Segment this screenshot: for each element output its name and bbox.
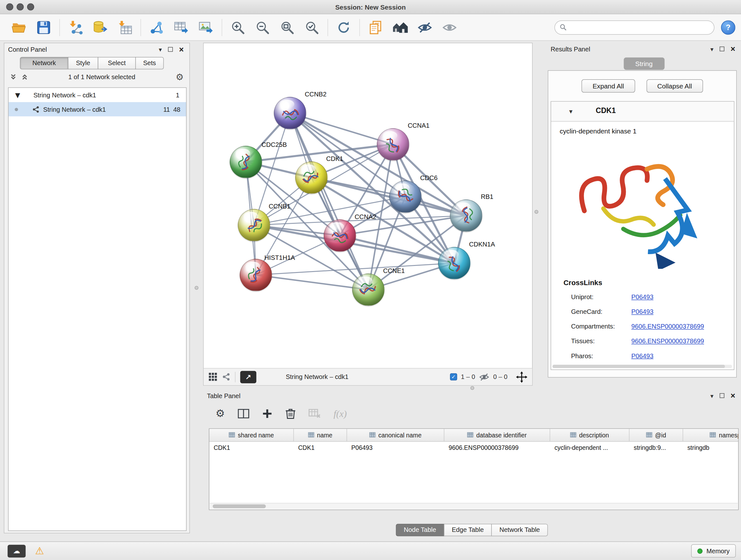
collapse-all-icon[interactable]	[10, 74, 17, 80]
table-cell[interactable]: CDK1	[209, 442, 294, 454]
collapse-all-button[interactable]: Collapse All	[646, 79, 703, 92]
zoom-window-button[interactable]	[27, 3, 34, 10]
table-cell[interactable]: cyclin-dependent ...	[550, 442, 629, 454]
column-header-namespace[interactable]: namespace	[683, 429, 739, 441]
crosslink-link[interactable]: P06493	[631, 308, 653, 315]
table-cell[interactable]: 9606.ENSP00000378699	[444, 442, 550, 454]
open-in-new-button[interactable]: ↗	[240, 371, 257, 383]
crosslink-link[interactable]: 9606.ENSP00000378699	[631, 338, 704, 345]
network-node-ccna2[interactable]	[324, 219, 356, 252]
table-cell[interactable]: P06493	[347, 442, 444, 454]
column-header-canonical-name[interactable]: canonical name	[347, 429, 444, 441]
search-box[interactable]	[554, 20, 714, 35]
tab-select[interactable]: Select	[98, 57, 136, 70]
zoom-in-button[interactable]	[226, 16, 250, 39]
network-node-ccnb1[interactable]	[238, 209, 270, 241]
network-node-cdc6[interactable]	[389, 180, 421, 212]
collapse-panel-icon[interactable]: ▾	[159, 46, 162, 52]
import-network-database-button[interactable]	[88, 16, 112, 39]
share-icon[interactable]	[222, 373, 230, 381]
network-canvas[interactable]: CCNB2CCNA1CDC25BCDK1CDC6RB1CCNB1CCNA2CDK…	[204, 43, 532, 368]
float-panel-icon[interactable]	[720, 393, 724, 398]
show-all-button[interactable]	[437, 16, 462, 39]
table-cell[interactable]: stringdb	[683, 442, 739, 454]
crosslink-link[interactable]: P06493	[631, 353, 653, 360]
collapse-gene-icon[interactable]: ▾	[569, 108, 572, 115]
float-panel-icon[interactable]	[720, 47, 724, 51]
minimize-window-button[interactable]	[17, 3, 23, 10]
apply-layout-button[interactable]	[331, 16, 356, 39]
crosslink-link[interactable]: 9606.ENSP00000378699	[631, 323, 704, 330]
tab-network[interactable]: Network	[20, 57, 68, 70]
hidden-eye-slash-icon[interactable]	[479, 373, 489, 381]
tab-sets[interactable]: Sets	[135, 57, 164, 70]
scrollbar-thumb[interactable]	[212, 504, 266, 508]
search-input[interactable]	[567, 23, 714, 30]
table-horizontal-scrollbar[interactable]	[210, 503, 738, 509]
float-panel-icon[interactable]	[168, 47, 173, 52]
tab-network-table[interactable]: Network Table	[491, 524, 548, 537]
expand-all-button[interactable]: Expand All	[582, 79, 635, 92]
card-scrollbar-thumb[interactable]	[552, 365, 725, 368]
network-node-ccne1[interactable]	[352, 273, 385, 306]
network-node-cdc25b[interactable]	[230, 146, 262, 178]
network-node-rb1[interactable]	[450, 199, 482, 232]
gene-card-header[interactable]: ▾ CDK1	[551, 102, 734, 121]
tree-caret-icon[interactable]: ▼	[15, 91, 20, 99]
hide-selected-button[interactable]	[413, 16, 437, 39]
tab-node-table[interactable]: Node Table	[396, 524, 444, 537]
close-window-button[interactable]	[6, 3, 13, 10]
delete-column-icon[interactable]	[285, 408, 296, 420]
table-cell[interactable]: CDK1	[294, 442, 347, 454]
birds-eye-button[interactable]	[388, 16, 412, 39]
zoom-selected-button[interactable]	[300, 16, 324, 39]
memory-button[interactable]: Memory	[691, 544, 736, 558]
network-node-cdkn1a[interactable]	[438, 247, 470, 279]
tab-style[interactable]: Style	[68, 57, 98, 70]
add-column-icon[interactable]	[262, 408, 273, 419]
column-header--id[interactable]: @id	[629, 429, 683, 441]
network-node-ccnb2[interactable]	[274, 97, 306, 129]
network-node-hist1h1a[interactable]	[240, 259, 272, 291]
help-button[interactable]: ?	[721, 20, 736, 35]
column-header-shared-name[interactable]: shared name	[209, 429, 294, 441]
copy-document-button[interactable]	[363, 16, 388, 39]
new-network-button[interactable]	[144, 16, 169, 39]
tab-edge-table[interactable]: Edge Table	[444, 524, 492, 537]
close-panel-icon[interactable]: ×	[731, 45, 735, 53]
open-session-button[interactable]	[7, 16, 31, 39]
collapse-panel-icon[interactable]: ▾	[711, 392, 714, 398]
selected-checkbox[interactable]: ✓	[450, 373, 457, 380]
export-table-button[interactable]	[169, 16, 194, 39]
cloud-button[interactable]: ☁	[8, 544, 26, 557]
gear-icon[interactable]: ⚙	[176, 72, 184, 81]
column-header-database-identifier[interactable]: database identifier	[444, 429, 550, 441]
expand-all-icon[interactable]	[21, 74, 28, 80]
network-row-selected[interactable]: String Network – cdk1 11 48	[9, 102, 186, 117]
warning-icon[interactable]: ⚠	[35, 546, 44, 556]
import-network-file-button[interactable]	[63, 16, 88, 39]
network-node-ccna1[interactable]	[377, 128, 409, 161]
table-cell[interactable]: stringdb:9...	[629, 442, 683, 454]
table-settings-gear-icon[interactable]: ⚙	[215, 408, 225, 419]
network-collection-row[interactable]: ▼ String Network – cdk1 1	[9, 88, 186, 102]
save-session-button[interactable]	[31, 16, 56, 39]
vertical-splitter-left[interactable]	[195, 286, 199, 290]
import-table-button[interactable]	[113, 16, 137, 39]
zoom-fit-button[interactable]	[275, 16, 299, 39]
move-crosshair-icon[interactable]	[516, 371, 528, 382]
tab-string[interactable]: String	[623, 57, 664, 70]
vertical-splitter-right[interactable]	[535, 210, 538, 213]
close-panel-icon[interactable]: ×	[731, 391, 735, 399]
column-header-name[interactable]: name	[294, 429, 347, 441]
close-panel-icon[interactable]: ×	[179, 45, 184, 53]
show-columns-icon[interactable]	[238, 409, 249, 419]
crosslink-link[interactable]: P06493	[631, 294, 653, 300]
zoom-out-button[interactable]	[250, 16, 275, 39]
table-row[interactable]: CDK1CDK1P064939606.ENSP00000378699cyclin…	[209, 442, 739, 454]
card-scrollbar[interactable]	[552, 365, 732, 368]
network-node-cdk1[interactable]	[295, 162, 327, 194]
grid-icon[interactable]	[208, 372, 217, 381]
collapse-panel-icon[interactable]: ▾	[711, 46, 714, 52]
column-header-description[interactable]: description	[550, 429, 629, 441]
